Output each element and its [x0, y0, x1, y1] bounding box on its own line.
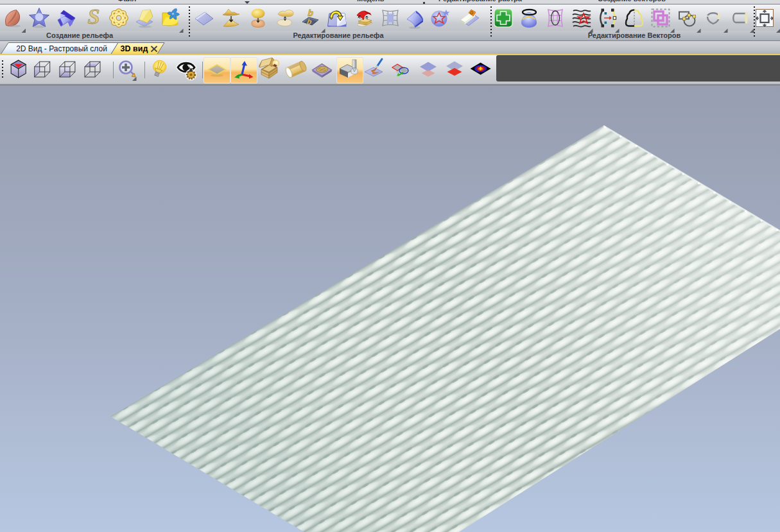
svg-text:2D Вид - Растровый слой: 2D Вид - Растровый слой	[16, 44, 107, 53]
svg-text:3D вид: 3D вид	[121, 44, 148, 53]
svg-text:b: b	[307, 8, 315, 18]
svg-text:S: S	[88, 4, 100, 28]
